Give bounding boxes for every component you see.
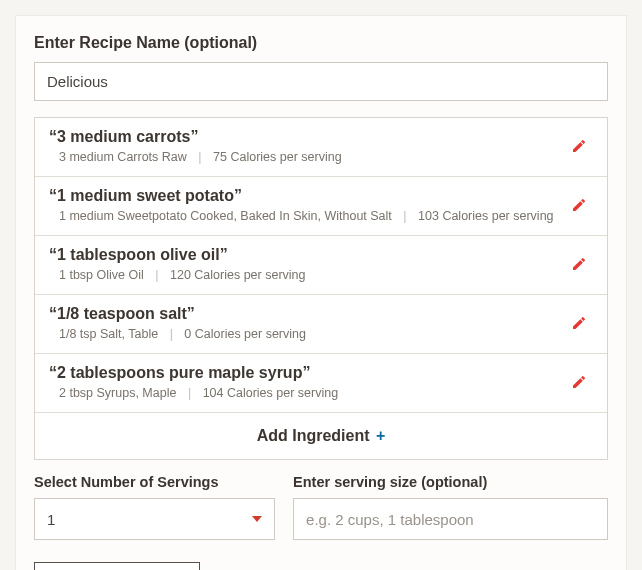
serving-size-label: Enter serving size (optional) xyxy=(293,474,608,490)
servings-col: Select Number of Servings 1 xyxy=(34,474,275,540)
chevron-down-icon xyxy=(252,516,262,522)
ingredient-meta: 1 tbsp Olive Oil | 120 Calories per serv… xyxy=(49,268,565,282)
ingredient-meta: 1 medium Sweetpotato Cooked, Baked In Sk… xyxy=(49,209,565,223)
serving-size-input[interactable] xyxy=(293,498,608,540)
meta-divider: | xyxy=(188,386,191,400)
ingredient-row: “1 tablespoon olive oil” 1 tbsp Olive Oi… xyxy=(35,236,607,295)
clear-recipe-button[interactable]: CLEAR RECIPE xyxy=(34,562,200,570)
ingredient-detail: 3 medium Carrots Raw xyxy=(59,150,187,164)
ingredient-detail: 2 tbsp Syrups, Maple xyxy=(59,386,176,400)
ingredient-title: “1 medium sweet potato” xyxy=(49,187,565,205)
ingredient-meta: 1/8 tsp Salt, Table | 0 Calories per ser… xyxy=(49,327,565,341)
servings-select[interactable]: 1 xyxy=(34,498,275,540)
servings-label: Select Number of Servings xyxy=(34,474,275,490)
ingredient-meta: 3 medium Carrots Raw | 75 Calories per s… xyxy=(49,150,565,164)
ingredient-row: “1/8 teaspoon salt” 1/8 tsp Salt, Table … xyxy=(35,295,607,354)
recipe-name-input[interactable] xyxy=(34,62,608,101)
pencil-icon[interactable] xyxy=(565,132,593,160)
ingredient-content: “1 tablespoon olive oil” 1 tbsp Olive Oi… xyxy=(49,246,565,282)
recipe-card: Enter Recipe Name (optional) “3 medium c… xyxy=(15,15,627,570)
ingredient-calories: 104 Calories per serving xyxy=(203,386,339,400)
ingredient-detail: 1 medium Sweetpotato Cooked, Baked In Sk… xyxy=(59,209,392,223)
ingredient-content: “3 medium carrots” 3 medium Carrots Raw … xyxy=(49,128,565,164)
clear-row: CLEAR RECIPE xyxy=(34,562,608,570)
ingredient-row: “3 medium carrots” 3 medium Carrots Raw … xyxy=(35,118,607,177)
ingredient-title: “1/8 teaspoon salt” xyxy=(49,305,565,323)
bottom-controls: Select Number of Servings 1 Enter servin… xyxy=(34,474,608,540)
ingredient-row: “2 tablespoons pure maple syrup” 2 tbsp … xyxy=(35,354,607,413)
meta-divider: | xyxy=(155,268,158,282)
ingredient-calories: 120 Calories per serving xyxy=(170,268,306,282)
ingredient-row: “1 medium sweet potato” 1 medium Sweetpo… xyxy=(35,177,607,236)
ingredient-content: “1/8 teaspoon salt” 1/8 tsp Salt, Table … xyxy=(49,305,565,341)
ingredient-title: “2 tablespoons pure maple syrup” xyxy=(49,364,565,382)
ingredient-detail: 1 tbsp Olive Oil xyxy=(59,268,144,282)
add-ingredient-label: Add Ingredient xyxy=(257,427,370,444)
ingredient-calories: 0 Calories per serving xyxy=(184,327,306,341)
serving-size-col: Enter serving size (optional) xyxy=(293,474,608,540)
servings-value: 1 xyxy=(47,511,55,528)
ingredient-detail: 1/8 tsp Salt, Table xyxy=(59,327,158,341)
ingredient-list: “3 medium carrots” 3 medium Carrots Raw … xyxy=(34,117,608,460)
meta-divider: | xyxy=(170,327,173,341)
pencil-icon[interactable] xyxy=(565,191,593,219)
pencil-icon[interactable] xyxy=(565,309,593,337)
ingredient-title: “3 medium carrots” xyxy=(49,128,565,146)
plus-icon: + xyxy=(376,427,385,444)
recipe-name-label: Enter Recipe Name (optional) xyxy=(34,34,608,52)
add-ingredient-button[interactable]: Add Ingredient + xyxy=(35,413,607,459)
ingredient-calories: 103 Calories per serving xyxy=(418,209,554,223)
ingredient-content: “2 tablespoons pure maple syrup” 2 tbsp … xyxy=(49,364,565,400)
ingredient-meta: 2 tbsp Syrups, Maple | 104 Calories per … xyxy=(49,386,565,400)
ingredient-title: “1 tablespoon olive oil” xyxy=(49,246,565,264)
meta-divider: | xyxy=(403,209,406,223)
pencil-icon[interactable] xyxy=(565,368,593,396)
pencil-icon[interactable] xyxy=(565,250,593,278)
ingredient-calories: 75 Calories per serving xyxy=(213,150,342,164)
ingredient-content: “1 medium sweet potato” 1 medium Sweetpo… xyxy=(49,187,565,223)
meta-divider: | xyxy=(198,150,201,164)
